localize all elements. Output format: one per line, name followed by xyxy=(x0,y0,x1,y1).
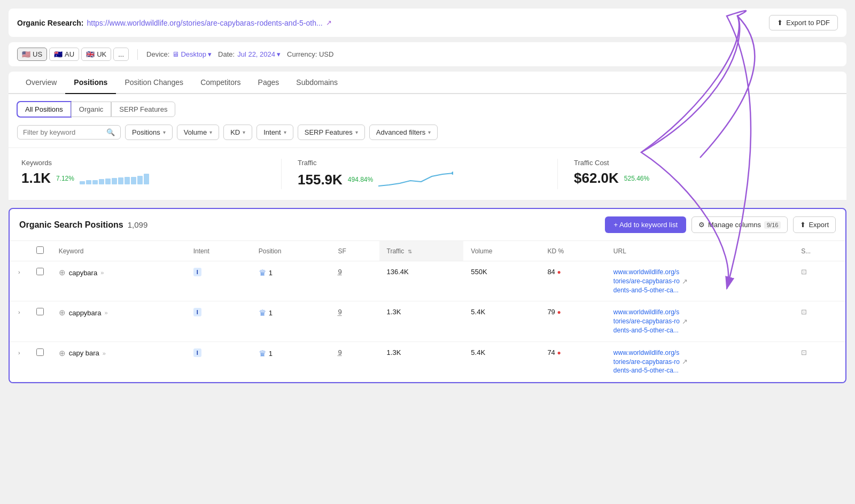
url-external-icon-3[interactable]: ↗ xyxy=(682,358,688,366)
subtab-all-positions[interactable]: All Positions xyxy=(17,102,71,117)
add-keyword-icon-2[interactable]: ⊕ xyxy=(59,308,66,317)
sf-value-1[interactable]: 9 xyxy=(338,268,341,276)
export-pdf-button[interactable]: ⬆ Export to PDF xyxy=(769,15,838,30)
bar-6 xyxy=(112,178,117,184)
tab-competitors[interactable]: Competitors xyxy=(192,72,249,94)
row-checkbox-3[interactable] xyxy=(36,348,44,356)
flag-uk[interactable]: 🇬🇧 UK xyxy=(81,48,111,61)
add-keyword-icon-1[interactable]: ⊕ xyxy=(59,268,66,277)
export-button[interactable]: ⬆ Export xyxy=(793,216,836,233)
advanced-filters-dropdown[interactable]: Advanced filters ▾ xyxy=(369,125,438,140)
td-position-3: ♛ 1 xyxy=(251,342,331,382)
td-intent-1: I xyxy=(186,261,251,301)
date-meta: Date: Jul 22, 2024 ▾ xyxy=(218,50,281,58)
flag-uk-label: UK xyxy=(97,50,106,58)
kd-dot-3: ● xyxy=(557,349,561,356)
th-sf: SF xyxy=(330,241,379,261)
td-url-2: www.worldwildlife.org/stories/are-capyba… xyxy=(606,301,794,342)
row-expand-button-2[interactable]: › xyxy=(17,308,21,316)
kd-value-1: 84 xyxy=(547,268,555,276)
keyword-filter-input-wrap[interactable]: 🔍 xyxy=(17,125,121,139)
manage-columns-button[interactable]: ⚙ Manage columns 9/16 xyxy=(691,216,788,233)
external-link-icon[interactable]: ↗ xyxy=(326,19,332,27)
screenshot-icon-2[interactable]: ⊡ xyxy=(801,308,807,316)
th-traffic[interactable]: Traffic ⇅ xyxy=(379,241,464,261)
stat-traffic-value: 155.9K xyxy=(298,172,343,188)
bar-2 xyxy=(86,180,91,184)
kd-value-2: 79 xyxy=(547,308,555,316)
kd-dropdown[interactable]: KD ▾ xyxy=(223,125,252,140)
stat-keywords: Keywords 1.1K 7.12% xyxy=(21,159,282,189)
table-row: › ⊕ capybara » I xyxy=(10,261,845,301)
tab-positions[interactable]: Positions xyxy=(65,72,116,94)
keyword-arrows-1[interactable]: » xyxy=(100,269,104,276)
td-kd-1: 84 ● xyxy=(540,261,605,301)
serp-features-dropdown[interactable]: SERP Features ▾ xyxy=(298,125,365,140)
flag-au[interactable]: 🇦🇺 AU xyxy=(49,48,79,61)
screenshot-icon-1[interactable]: ⊡ xyxy=(801,268,807,276)
export-icon: ⬆ xyxy=(800,221,806,229)
table-count: 1,099 xyxy=(128,220,148,229)
stat-traffic-change: 494.84% xyxy=(348,176,373,183)
intent-dropdown[interactable]: Intent ▾ xyxy=(256,125,293,140)
row-checkbox-1[interactable] xyxy=(36,268,44,275)
td-checkbox-1[interactable] xyxy=(29,261,51,301)
select-all-checkbox[interactable] xyxy=(36,246,44,254)
crown-icon-1: ♛ xyxy=(259,268,266,278)
volume-dropdown[interactable]: Volume ▾ xyxy=(177,125,219,140)
positions-dropdown[interactable]: Positions ▾ xyxy=(125,125,173,140)
td-checkbox-2[interactable] xyxy=(29,301,51,342)
tab-overview[interactable]: Overview xyxy=(17,72,65,94)
row-checkbox-2[interactable] xyxy=(36,308,44,315)
chevron-down-icon-date: ▾ xyxy=(277,50,281,58)
date-selector[interactable]: Jul 22, 2024 ▾ xyxy=(237,50,281,58)
url-text-1[interactable]: www.worldwildlife.org/stories/are-capyba… xyxy=(613,268,680,294)
url-external-icon-2[interactable]: ↗ xyxy=(682,317,688,325)
flags-more-button[interactable]: ... xyxy=(113,48,129,61)
gear-icon: ⚙ xyxy=(698,221,705,229)
row-expand-button[interactable]: › xyxy=(17,268,21,276)
sf-value-3[interactable]: 9 xyxy=(338,348,341,356)
flag-us[interactable]: 🇺🇸 US xyxy=(17,48,47,61)
td-traffic-3: 1.3K xyxy=(379,342,464,382)
url-external-icon-1[interactable]: ↗ xyxy=(682,277,688,285)
device-selector[interactable]: 🖥 Desktop ▾ xyxy=(172,50,212,58)
stat-keywords-value: 1.1K xyxy=(21,170,51,187)
th-kd: KD % xyxy=(540,241,605,261)
tab-subdomains[interactable]: Subdomains xyxy=(287,72,346,94)
url-text-3[interactable]: www.worldwildlife.org/stories/are-capyba… xyxy=(613,348,680,375)
screenshot-icon-3[interactable]: ⊡ xyxy=(801,348,807,356)
bar-3 xyxy=(92,180,98,184)
td-keyword-3: ⊕ capy bara » xyxy=(51,342,186,382)
td-expand-3[interactable]: › xyxy=(10,342,29,382)
table-row: › ⊕ cappybara » I xyxy=(10,301,845,342)
tab-position-changes[interactable]: Position Changes xyxy=(116,72,192,94)
row-expand-button-3[interactable]: › xyxy=(17,348,21,357)
subtab-serp-features[interactable]: SERP Features xyxy=(111,102,175,117)
subtab-organic[interactable]: Organic xyxy=(71,102,112,117)
flag-au-emoji: 🇦🇺 xyxy=(54,50,63,58)
keyword-arrows-3[interactable]: » xyxy=(103,350,106,356)
th-url: URL xyxy=(606,241,794,261)
td-volume-3: 5.4K xyxy=(463,342,540,382)
td-kd-3: 74 ● xyxy=(540,342,605,382)
td-traffic-2: 1.3K xyxy=(379,301,464,342)
td-s-3: ⊡ xyxy=(794,342,845,382)
top-bar-left: Organic Research: https://www.worldwildl… xyxy=(17,19,769,27)
page-url[interactable]: https://www.worldwildlife.org/stories/ar… xyxy=(87,19,323,27)
td-volume-1: 550K xyxy=(463,261,540,301)
add-keyword-icon-3[interactable]: ⊕ xyxy=(59,348,66,358)
keyword-filter-input[interactable] xyxy=(23,128,103,136)
td-expand-1[interactable]: › xyxy=(10,261,29,301)
url-text-2[interactable]: www.worldwildlife.org/stories/are-capyba… xyxy=(613,308,680,335)
td-checkbox-3[interactable] xyxy=(29,342,51,382)
td-kd-2: 79 ● xyxy=(540,301,605,342)
add-to-keyword-list-button[interactable]: + Add to keyword list xyxy=(605,216,686,233)
td-intent-3: I xyxy=(186,342,251,382)
keyword-arrows-2[interactable]: » xyxy=(104,309,107,316)
td-expand-2[interactable]: › xyxy=(10,301,29,342)
chevron-down-icon-advanced: ▾ xyxy=(428,129,431,135)
tab-pages[interactable]: Pages xyxy=(250,72,288,94)
sf-value-2[interactable]: 9 xyxy=(338,308,341,316)
chevron-down-icon-serp: ▾ xyxy=(355,129,358,135)
